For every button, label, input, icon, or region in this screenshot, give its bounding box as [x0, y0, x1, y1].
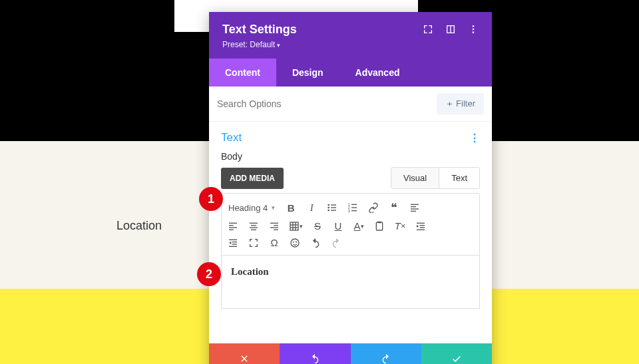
editor-mode-tabs: Visual Text: [391, 167, 480, 189]
svg-rect-44: [232, 244, 237, 244]
table-icon[interactable]: ▾: [289, 221, 303, 232]
text-color-icon[interactable]: A ▾: [353, 220, 365, 232]
svg-rect-12: [351, 207, 357, 208]
media-row: ADD MEDIA Visual Text: [209, 167, 492, 189]
svg-rect-8: [331, 210, 336, 210]
svg-rect-19: [229, 222, 237, 223]
svg-rect-17: [411, 208, 419, 209]
body-label: Body: [209, 151, 492, 162]
modal-header: Text Settings Preset: Default: [209, 12, 492, 59]
mode-text[interactable]: Text: [439, 168, 479, 188]
text-settings-modal: Text Settings Preset: Default Content De…: [209, 12, 492, 364]
svg-rect-42: [229, 239, 237, 240]
svg-point-46: [291, 239, 299, 247]
svg-rect-37: [377, 221, 381, 223]
svg-rect-31: [290, 222, 298, 230]
svg-rect-22: [229, 229, 234, 230]
section-header: Text ⋮: [209, 122, 492, 151]
fullscreen-icon[interactable]: [248, 238, 260, 248]
align-left2-icon[interactable]: [227, 221, 239, 232]
section-menu-icon[interactable]: ⋮: [469, 132, 480, 144]
callout-2: 2: [197, 262, 221, 286]
indent-icon[interactable]: [415, 221, 427, 232]
columns-icon[interactable]: [445, 24, 456, 37]
svg-point-3: [328, 204, 330, 206]
link-icon[interactable]: [367, 202, 379, 213]
svg-point-48: [296, 241, 297, 242]
svg-rect-27: [270, 222, 278, 223]
bold-icon[interactable]: B: [285, 202, 297, 214]
tab-content[interactable]: Content: [209, 59, 276, 87]
omega-icon[interactable]: Ω: [268, 237, 280, 248]
mode-visual[interactable]: Visual: [391, 168, 439, 188]
save-button[interactable]: [421, 343, 492, 364]
emoji-icon[interactable]: [289, 238, 301, 248]
page-text-location: Location: [116, 219, 162, 233]
paste-text-icon[interactable]: [373, 221, 385, 232]
redo-icon[interactable]: [330, 238, 342, 248]
tab-design[interactable]: Design: [276, 59, 339, 87]
bullet-list-icon[interactable]: [326, 202, 338, 213]
search-row: ＋ Filter: [209, 87, 492, 122]
svg-rect-20: [229, 225, 234, 226]
preset-dropdown[interactable]: Preset: Default: [222, 40, 297, 49]
svg-point-0: [473, 25, 475, 27]
outdent-icon[interactable]: [227, 238, 239, 248]
svg-rect-15: [411, 204, 419, 205]
svg-rect-28: [274, 225, 278, 226]
svg-rect-36: [376, 222, 382, 230]
underline-icon[interactable]: U: [332, 220, 344, 232]
expand-icon[interactable]: [423, 24, 433, 37]
italic-icon[interactable]: I: [306, 202, 318, 214]
svg-rect-41: [417, 229, 425, 230]
editor-toolbar: Heading 4 B I 123 ❝ ▾ S U A ▾ T× Ω: [221, 193, 480, 256]
svg-point-2: [473, 31, 475, 33]
svg-rect-14: [351, 210, 357, 211]
main-tabs: Content Design Advanced: [209, 59, 492, 87]
format-select[interactable]: Heading 4: [227, 202, 276, 214]
redo-button[interactable]: [351, 343, 421, 364]
editor-content[interactable]: Location: [221, 256, 480, 309]
numbered-list-icon[interactable]: 123: [347, 202, 359, 213]
svg-rect-43: [232, 242, 237, 242]
strikethrough-icon[interactable]: S: [312, 220, 323, 232]
svg-rect-25: [250, 227, 258, 228]
svg-rect-39: [420, 225, 425, 226]
svg-point-1: [473, 29, 475, 31]
svg-rect-29: [270, 227, 278, 228]
svg-rect-4: [331, 204, 336, 205]
align-right-icon[interactable]: [268, 221, 280, 232]
add-media-button[interactable]: ADD MEDIA: [221, 168, 284, 189]
svg-rect-38: [417, 222, 425, 223]
svg-rect-24: [251, 225, 256, 226]
align-center-icon[interactable]: [248, 221, 260, 232]
modal-title: Text Settings: [222, 23, 297, 37]
svg-text:3: 3: [348, 209, 350, 213]
svg-rect-18: [411, 211, 416, 212]
svg-rect-10: [351, 204, 357, 205]
filter-button[interactable]: ＋ Filter: [437, 93, 485, 114]
svg-point-7: [328, 210, 330, 212]
section-title[interactable]: Text: [221, 131, 242, 144]
svg-rect-30: [274, 229, 278, 230]
cancel-button[interactable]: [209, 343, 280, 364]
svg-rect-16: [411, 206, 416, 207]
modal-actions: [209, 343, 492, 364]
header-actions: [423, 23, 479, 37]
tab-advanced[interactable]: Advanced: [339, 59, 416, 87]
undo-icon[interactable]: [310, 238, 321, 248]
kebab-menu-icon[interactable]: [468, 24, 479, 37]
quote-icon[interactable]: ❝: [388, 200, 400, 215]
svg-rect-23: [250, 222, 258, 223]
align-left-icon[interactable]: [409, 202, 421, 213]
callout-1: 1: [199, 187, 223, 211]
svg-point-5: [328, 207, 330, 209]
svg-point-47: [293, 241, 294, 242]
svg-rect-45: [229, 246, 237, 246]
clear-format-icon[interactable]: T×: [394, 220, 406, 232]
undo-button[interactable]: [280, 343, 350, 364]
svg-rect-40: [420, 227, 425, 228]
svg-rect-26: [251, 229, 256, 230]
svg-rect-6: [331, 207, 336, 208]
search-input[interactable]: [217, 98, 377, 109]
